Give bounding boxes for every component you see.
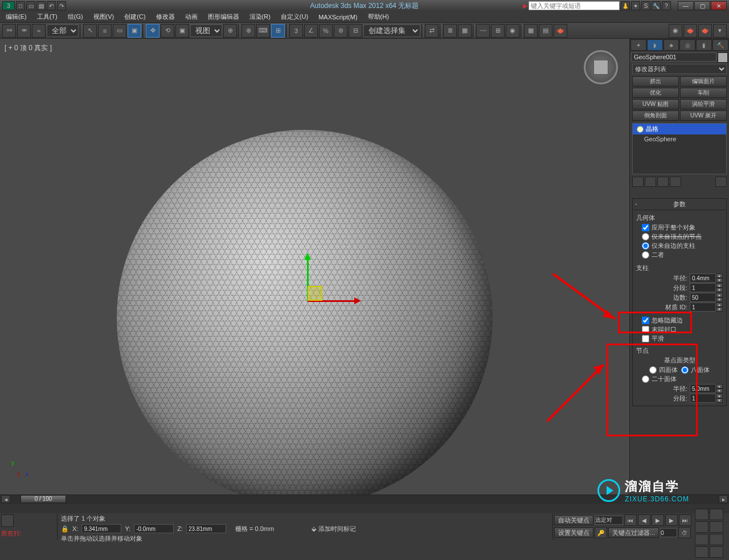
- select-region-icon[interactable]: ▭: [113, 24, 126, 38]
- window-crossing-icon[interactable]: ▣: [128, 24, 141, 38]
- radio-tetra[interactable]: [649, 366, 657, 374]
- material-icon[interactable]: ◉: [506, 24, 519, 38]
- radio-octa[interactable]: [681, 366, 689, 374]
- pin-stack-icon[interactable]: [632, 177, 644, 187]
- lightbulb-icon[interactable]: [637, 126, 643, 132]
- open-icon[interactable]: ▭: [26, 1, 35, 10]
- autokey-button[interactable]: 自动关键点: [554, 515, 593, 525]
- radio-joints-only[interactable]: [642, 233, 649, 240]
- zoom-extents-icon[interactable]: [695, 521, 708, 533]
- input-sides[interactable]: [690, 293, 716, 302]
- manipulate-icon[interactable]: ⊗: [241, 24, 255, 38]
- input-radius[interactable]: [690, 273, 716, 283]
- named-set-dropdown[interactable]: 创建选择集: [363, 24, 420, 37]
- spin-down[interactable]: ▼: [716, 307, 723, 312]
- goto-end-icon[interactable]: ⏭: [679, 514, 691, 526]
- selection-filter-dropdown[interactable]: 全部: [47, 24, 79, 37]
- angle-snap-icon[interactable]: ∠: [304, 24, 318, 38]
- next-frame-icon[interactable]: ▶: [665, 514, 678, 526]
- play-icon[interactable]: ▶: [652, 514, 664, 526]
- zoom-icon[interactable]: [695, 509, 708, 520]
- radio-both[interactable]: [642, 251, 649, 259]
- modifier-stack[interactable]: 晶格 GeoSphere: [632, 123, 727, 174]
- help-s-icon[interactable]: S: [641, 1, 650, 10]
- viewcube[interactable]: [584, 50, 618, 84]
- new-icon[interactable]: □: [16, 1, 25, 10]
- layer-icon[interactable]: ▦: [458, 24, 472, 38]
- btn-optimize[interactable]: 优化: [632, 88, 679, 98]
- configure-icon[interactable]: [715, 177, 727, 187]
- pivot-icon[interactable]: ⊕: [223, 24, 237, 38]
- prev-frame-icon[interactable]: ◀: [638, 514, 650, 526]
- spin-up[interactable]: ▲: [716, 394, 723, 398]
- modifier-list-dropdown[interactable]: 修改器列表: [632, 64, 727, 74]
- spin-up[interactable]: ▲: [716, 273, 723, 278]
- coord-z-input[interactable]: [186, 524, 226, 533]
- coord-y-input[interactable]: [134, 524, 174, 533]
- menu-render[interactable]: 渲染(R): [249, 13, 271, 21]
- btn-turbosmooth[interactable]: 涡轮平滑: [680, 99, 727, 109]
- input-seg2[interactable]: [690, 394, 716, 403]
- setkey-button[interactable]: 设置关键点: [554, 528, 593, 538]
- app-icon[interactable]: 3: [2, 1, 15, 10]
- input-segments[interactable]: [690, 283, 716, 292]
- stack-item-geosphere[interactable]: GeoSphere: [633, 134, 726, 144]
- script-icon[interactable]: [1, 514, 14, 527]
- spin-down[interactable]: ▼: [716, 288, 723, 292]
- spinner-snap-icon[interactable]: ⊚: [334, 24, 347, 38]
- menu-tools[interactable]: 工具(T): [37, 13, 58, 21]
- teapot4-icon[interactable]: ▾: [713, 24, 727, 38]
- tab-motion-icon[interactable]: ◎: [679, 39, 695, 51]
- scale-icon[interactable]: ▣: [175, 24, 189, 38]
- gizmo-xy-plane[interactable]: [308, 286, 322, 301]
- input-matid[interactable]: [690, 303, 716, 312]
- help-wrench-icon[interactable]: 🔧: [652, 1, 661, 10]
- select-icon[interactable]: ↖: [83, 24, 97, 38]
- tag-icon[interactable]: ⬙: [312, 525, 316, 533]
- mirror-icon[interactable]: ⇄: [425, 24, 439, 38]
- btn-bevelprofile[interactable]: 倒角剖面: [632, 111, 679, 121]
- spin-down[interactable]: ▼: [716, 398, 723, 403]
- btn-editpatch[interactable]: 编辑面片: [680, 76, 727, 87]
- pan-icon[interactable]: [695, 534, 708, 545]
- unlink-icon[interactable]: ⚮: [17, 24, 31, 38]
- stack-item-lattice[interactable]: 晶格: [633, 124, 726, 134]
- input-radius2[interactable]: [690, 384, 716, 393]
- viewport-label[interactable]: [ + 0 顶 0 真实 ]: [5, 43, 52, 53]
- minimize-button[interactable]: —: [678, 1, 694, 10]
- keyboard-icon[interactable]: ⌨: [256, 24, 270, 38]
- bind-icon[interactable]: ≈: [32, 24, 46, 38]
- menu-edit[interactable]: 编辑(E): [6, 13, 27, 21]
- menu-modifier[interactable]: 修改器: [156, 13, 175, 21]
- coord-system-dropdown[interactable]: 视图: [190, 24, 222, 37]
- render-icon[interactable]: 🫖: [554, 24, 567, 38]
- save-icon[interactable]: ▤: [36, 1, 46, 10]
- time-config-icon[interactable]: ⏱: [678, 527, 691, 538]
- menu-graph[interactable]: 图形编辑器: [208, 13, 239, 21]
- menu-view[interactable]: 视图(V): [93, 13, 114, 21]
- frame-input[interactable]: [660, 528, 677, 537]
- btn-uvwmap[interactable]: UVW 贴图: [632, 99, 679, 109]
- lock-icon[interactable]: 🔒: [61, 525, 69, 533]
- move-icon[interactable]: ✥: [146, 24, 159, 38]
- teapot1-icon[interactable]: ◉: [669, 24, 682, 38]
- radio-icosa[interactable]: [642, 375, 649, 383]
- rollout-header[interactable]: -参数: [633, 199, 726, 210]
- tab-hierarchy-icon[interactable]: ♣: [664, 39, 679, 51]
- menu-custom[interactable]: 自定义(U): [281, 13, 308, 21]
- radio-struts-only[interactable]: [642, 242, 649, 250]
- btn-lathe[interactable]: 车削: [680, 88, 727, 98]
- align-icon[interactable]: ≣: [443, 24, 457, 38]
- chk-apply-whole[interactable]: [642, 224, 649, 231]
- time-ruler[interactable]: [0, 504, 729, 513]
- curve-editor-icon[interactable]: 〰: [476, 24, 490, 38]
- goto-start-icon[interactable]: ⏮: [624, 514, 637, 526]
- keyfilter-button[interactable]: 关键点过滤器...: [608, 528, 659, 538]
- schema-icon[interactable]: ⊞: [491, 24, 505, 38]
- zoom-all-icon[interactable]: [710, 509, 723, 520]
- spin-up[interactable]: ▲: [716, 384, 723, 389]
- edit-named-icon[interactable]: ⊟: [349, 24, 362, 38]
- snap-2d-icon[interactable]: ⊞: [271, 24, 285, 38]
- render-frame-icon[interactable]: ▤: [539, 24, 552, 38]
- menu-maxscript[interactable]: MAXScript(M): [318, 14, 357, 21]
